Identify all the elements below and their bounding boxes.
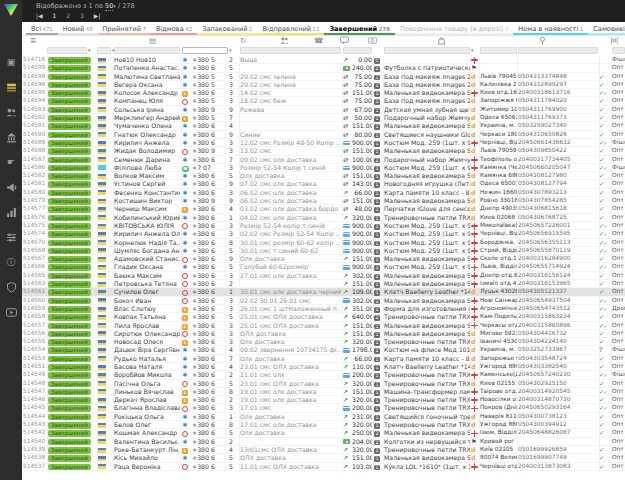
order-row[interactable]: 514539ЗавершенийРоке-Бетанкурт Лін..L+38… bbox=[22, 446, 625, 454]
order-row[interactable]: 514566ЗавершенийГладик Оксана∗+380 65Гол… bbox=[22, 263, 625, 271]
tab-прийнятий[interactable]: Прийнятий7 bbox=[98, 22, 151, 35]
order-row[interactable]: 514575ЗавершенийКВІТОВСЬКА ЮЛІЯ+380 63Ро… bbox=[22, 222, 625, 230]
sidebar-item-orders[interactable] bbox=[0, 80, 22, 96]
column-filter-input[interactable] bbox=[114, 47, 180, 54]
order-row[interactable]: 514568ЗавершенийШумляс Богдана Ан..∗+380… bbox=[22, 247, 625, 255]
order-row[interactable]: 514599ЗавершенийПотапенко Анастас..∗+380… bbox=[22, 64, 625, 72]
filter-dropdown-icon[interactable]: ▾ bbox=[229, 47, 232, 53]
column-filter-input[interactable] bbox=[97, 47, 111, 54]
tab-всі[interactable]: Всі471 bbox=[26, 22, 58, 35]
tab-завершений[interactable]: Завершений278 bbox=[324, 22, 395, 35]
order-row[interactable]: 514588ЗавершенийЖидак Володимир+380 9313… bbox=[22, 147, 625, 155]
order-row[interactable]: 514570ЗавершенийКорнелюк Надія Та..∗+380… bbox=[22, 239, 625, 247]
order-row[interactable]: 514593ЗавершенийСольська Ірина∗+380 99Ро… bbox=[22, 106, 625, 114]
order-row[interactable]: 514567ЗавершенийАдамовский Станис..+380 … bbox=[22, 255, 625, 263]
sidebar-item-video[interactable] bbox=[0, 305, 22, 321]
tab-повернення-товару-в-дорозі-[interactable]: Повернення товару (в дорозі)0 bbox=[395, 22, 513, 35]
filter-dropdown-icon[interactable]: ▾ bbox=[471, 47, 474, 53]
order-row[interactable]: 514716ЗавершенийНов10 Нов10∗+380 52Выца↗… bbox=[22, 56, 625, 64]
order-row[interactable]: 514543ЗавершенийБелов Олег∗+380 6817.01 … bbox=[22, 421, 625, 429]
order-row[interactable]: 514589ЗавершенийКирилич Анжела∗+380 6312… bbox=[22, 139, 625, 147]
order-row[interactable]: 514557ЗавершенийЛила ЯрославL+380 6325.0… bbox=[22, 322, 625, 330]
order-id-column-icon[interactable]: ≣ bbox=[30, 36, 36, 45]
order-row[interactable]: 514556ЗавершенийСиротюк Олександр+380 63… bbox=[22, 330, 625, 338]
order-row[interactable]: 514592ЗавершенийМерклингер АндрейL+380 5… bbox=[22, 114, 625, 122]
filter-dropdown-icon[interactable]: ▾ bbox=[88, 47, 91, 53]
comment-column-icon[interactable] bbox=[340, 36, 349, 45]
column-filter-input[interactable] bbox=[240, 47, 341, 54]
order-row[interactable]: 514577ЗавершенийЧерниш МаксимL+380 6403.… bbox=[22, 205, 625, 213]
clients-column-icon[interactable] bbox=[280, 36, 289, 45]
order-row[interactable]: 514558ЗавершенийКовпак ТатьянаL+380 6525… bbox=[22, 313, 625, 321]
payment-column-icon[interactable] bbox=[368, 36, 377, 45]
order-row[interactable]: 514551ЗавершенийБасова Наталя∗+380 6423.… bbox=[22, 363, 625, 371]
order-row[interactable]: 514591ЗавершенийЧумаченко Олена∗+380 64⇄… bbox=[22, 122, 625, 130]
column-filter-input[interactable] bbox=[518, 47, 598, 54]
order-row[interactable]: 514594ЗавершенийКомпанец Юля+380 5318.02… bbox=[22, 97, 625, 105]
tab-нема-в-наявності[interactable]: Нема в наявності1 bbox=[513, 22, 588, 35]
order-row[interactable]: 514555ЗавершенийНовосад ОлесяL+380 63Олх… bbox=[22, 338, 625, 346]
order-row[interactable]: 514553ЗавершенийРудько Наталья∗+380 67Ол… bbox=[22, 355, 625, 363]
order-row[interactable]: 514554ЗавершенийДацюк Віра Сергіївна∗+38… bbox=[22, 346, 625, 354]
order-row[interactable]: 514548ЗавершенийПасічна Ольга+380 6523.0… bbox=[22, 380, 625, 388]
order-row[interactable]: 514537ЗавершенийРаца Вероніка+380 6511.0… bbox=[22, 463, 625, 471]
product-column-icon[interactable] bbox=[437, 36, 446, 45]
order-row[interactable]: 514576ЗавершенийКобилинський Юрий∗+380 6… bbox=[22, 214, 625, 222]
tab-відправлений[interactable]: Відправлений12 bbox=[258, 22, 325, 35]
tab-запакований[interactable]: Запакований1 bbox=[197, 22, 257, 35]
sidebar-item-announce[interactable] bbox=[0, 180, 22, 196]
column-filter-input[interactable] bbox=[480, 47, 517, 54]
order-row[interactable]: 514579ЗавершенийКостишин Виктор∗+380 990… bbox=[22, 197, 625, 205]
order-row[interactable]: 514540ЗавершенийВалентина Васильє..∗+380… bbox=[22, 438, 625, 446]
order-row[interactable]: 514590ЗавершенийГнатюк Олександр∗+380 69… bbox=[22, 131, 625, 139]
sidebar-item-info[interactable]: ⓘ bbox=[0, 255, 22, 271]
order-row[interactable]: 514565ЗавершенийБаюка Максим+380 6327.01… bbox=[22, 272, 625, 280]
sidebar-item-bank[interactable] bbox=[0, 130, 22, 146]
order-row[interactable]: 514582ЗавершенийВолков Максим∗+380 65Олх… bbox=[22, 172, 625, 180]
sidebar-item-stats[interactable] bbox=[0, 205, 22, 221]
tab-самовивіз[interactable]: Самовивіз2 bbox=[588, 22, 625, 35]
tab-відмова[interactable]: Відмова42 bbox=[151, 22, 197, 35]
order-row[interactable]: 514586ЗавершенийФіліпова Люба☎+7 073Розм… bbox=[22, 164, 625, 172]
phone-column-icon[interactable]: ☎ bbox=[314, 36, 323, 45]
order-row[interactable]: 514542ЗавершенийКошмак Александр+380 65О… bbox=[22, 429, 625, 437]
order-row[interactable]: 514574ЗавершенийКирилич Анжела Ол..∗+380… bbox=[22, 230, 625, 238]
order-row[interactable]: 514560ЗавершенийБокоч Иван+380 6302.02 3… bbox=[22, 297, 625, 305]
ttn-column-icon[interactable] bbox=[610, 36, 619, 45]
column-filter-input[interactable] bbox=[343, 47, 372, 54]
page-button-3[interactable]: 3 bbox=[80, 12, 84, 19]
column-filter-input[interactable] bbox=[182, 47, 228, 54]
order-row[interactable]: 514580ЗавершенийФесенко Константин∗+380 … bbox=[22, 189, 625, 197]
order-row[interactable]: 514549ЗавершенийВоробйов Микола∗+380 622… bbox=[22, 371, 625, 379]
order-row[interactable]: 514596ЗавершенийВегера Оксана∗+380 5320.… bbox=[22, 81, 625, 89]
order-row[interactable]: 514595ЗавершенийКолосок АлександрL+380 6… bbox=[22, 89, 625, 97]
order-row[interactable]: 514547ЗавершенийЛиньков ВячеславL+380 68… bbox=[22, 388, 625, 396]
order-row[interactable]: 514545ЗавершенийБлагінна Владіслава+380 … bbox=[22, 404, 625, 412]
sidebar-item-feed[interactable]: ▣ bbox=[0, 55, 22, 71]
order-row[interactable]: 514559ЗавершенийВлас СлотюуL+380 6326.01… bbox=[22, 305, 625, 313]
column-filter-input[interactable] bbox=[612, 47, 625, 54]
status-column-icon[interactable]: ▤ bbox=[149, 36, 156, 45]
order-row[interactable]: 514581ЗавершенийУстинов Сергей∗+380 6907… bbox=[22, 180, 625, 188]
sidebar-item-promo[interactable]: ☛ bbox=[0, 155, 22, 171]
app-logo-icon[interactable] bbox=[3, 2, 19, 16]
order-row[interactable]: 514538ЗавершенийКісь Михайло∗+380 65ОЛХ … bbox=[22, 454, 625, 462]
sidebar-item-clients[interactable] bbox=[0, 105, 22, 121]
column-filter-input[interactable] bbox=[47, 47, 87, 54]
order-row[interactable]: 514563ЗавершенийПетровська Тетяна+380 62… bbox=[22, 280, 625, 288]
address-column-icon[interactable] bbox=[538, 36, 547, 45]
sidebar-item-settings[interactable] bbox=[0, 230, 22, 246]
refresh-column-icon[interactable]: ↻ bbox=[240, 36, 246, 45]
sidebar-item-security[interactable] bbox=[0, 280, 22, 296]
order-row[interactable]: 514587ЗавершенийСеменюк Дарина∗+380 6709… bbox=[22, 156, 625, 164]
order-row[interactable]: 514546ЗавершенийДеркач ЯрославL+380 6219… bbox=[22, 396, 625, 404]
page-button-2[interactable]: 2 bbox=[66, 12, 70, 19]
last-page-button[interactable]: ▶| bbox=[94, 12, 101, 19]
column-filter-input[interactable] bbox=[384, 47, 470, 54]
page-button-1[interactable]: 1 bbox=[53, 12, 57, 19]
order-row[interactable]: 514544ЗавершенийРокіцька Ольга∗+380 61Ол… bbox=[22, 413, 625, 421]
order-row[interactable]: 514598ЗавершенийМалютина Светлана∗+380 5… bbox=[22, 73, 625, 81]
order-row[interactable]: 514561ЗавершенийСучилов Олег+380 6130.01… bbox=[22, 288, 625, 296]
tab-новий[interactable]: Новий48 bbox=[58, 22, 98, 35]
first-page-button[interactable]: |◀ bbox=[36, 12, 43, 19]
